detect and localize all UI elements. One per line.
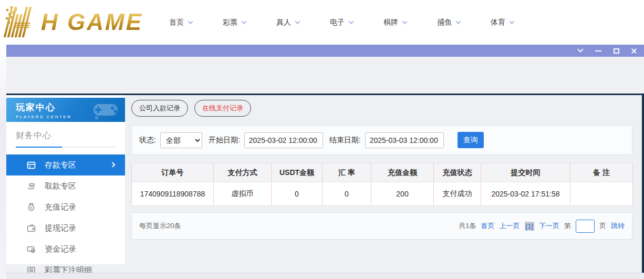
close-icon[interactable] [630, 47, 638, 55]
first-page-link[interactable]: 首页 [481, 221, 495, 231]
sidebar-divider [16, 147, 116, 148]
sidebar-item-label: 充值记录 [45, 202, 76, 212]
jump-prefix-label: 第 [564, 221, 571, 231]
sidebar-section: 财务中心 [16, 130, 116, 148]
records-table: 订单号 支付方式 USDT金额 汇 率 充值金额 充值状态 提交时间 备 注 1… [131, 163, 633, 206]
status-select[interactable]: 全部 [160, 132, 202, 148]
col-submit-time: 提交时间 [481, 163, 570, 182]
page-size-text: 每页显示20条 [139, 221, 181, 231]
page-background-strip [0, 45, 6, 279]
end-date-label: 结束日期: [329, 136, 361, 145]
cell-rate: 0 [323, 182, 371, 206]
current-page-indicator: [1] [525, 222, 534, 231]
jump-page-input[interactable] [576, 220, 595, 233]
sidebar-item-withdraw-zone[interactable]: 取款专区 [6, 175, 125, 197]
query-button[interactable]: 查询 [458, 132, 484, 148]
moneybag-icon [26, 202, 36, 212]
window-controls [577, 45, 638, 57]
nav-item-slots[interactable]: 电子 [330, 18, 353, 27]
fund-card-icon [26, 244, 36, 254]
nav-label: 首页 [169, 18, 184, 27]
status-label: 状态: [139, 136, 156, 145]
jump-suffix-label: 页 [599, 221, 606, 231]
withdraw-hand-icon [26, 181, 36, 191]
nav-item-home[interactable]: 首页 [169, 18, 192, 27]
col-status: 充值状态 [434, 163, 481, 182]
sidebar-item-label: 取款专区 [45, 181, 76, 191]
window-blank-zone [6, 57, 644, 94]
maximize-icon[interactable] [612, 47, 620, 55]
records-table-panel: 订单号 支付方式 USDT金额 汇 率 充值金额 充值状态 提交时间 备 注 1… [131, 163, 632, 206]
sidebar-item-label: 提现记录 [45, 223, 76, 233]
col-usdt-amount: USDT金额 [272, 163, 323, 182]
chevron-right-icon [110, 162, 116, 168]
jump-button[interactable]: 跳转 [611, 221, 625, 231]
minimize-icon[interactable] [595, 47, 602, 55]
cell-order-no: 1740909118908788 [132, 182, 214, 206]
chevron-down-icon [295, 19, 300, 24]
logo-text: H GAME [41, 9, 143, 35]
table-row: 1740909118908788 虚拟币 0 0 200 支付成功 2025-0… [132, 182, 633, 206]
col-remark: 备 注 [570, 163, 633, 182]
sidebar-item-label: 资金记录 [45, 244, 76, 254]
col-pay-method: 支付方式 [214, 163, 272, 182]
nav-item-cards[interactable]: 棋牌 [383, 18, 407, 27]
end-date-input[interactable] [365, 132, 444, 148]
sidebar: 玩家中心 PLAYERS CENTER 财务中心 存款专区 取款专区 [6, 95, 125, 264]
sidebar-item-recharge-records[interactable]: 充值记录 [6, 197, 125, 218]
chevron-down-icon [242, 19, 247, 24]
col-order-no: 订单号 [132, 163, 214, 182]
col-amount: 充值金额 [371, 163, 434, 182]
nav-item-fishing[interactable]: 捕鱼 [437, 18, 460, 27]
chevron-down-icon [188, 19, 193, 24]
nav-item-lottery[interactable]: 彩票 [223, 18, 246, 27]
cell-amount: 200 [371, 182, 434, 206]
nav-label: 电子 [330, 18, 345, 27]
deposit-card-icon [26, 160, 36, 170]
start-date-label: 开始日期: [209, 136, 240, 145]
chevron-down-icon [456, 19, 461, 24]
sidebar-item-withdrawal-records[interactable]: 提现记录 [6, 218, 125, 239]
filter-panel: 状态: 全部 开始日期: 结束日期: 查询 [131, 125, 632, 155]
wallet-icon [26, 223, 36, 233]
nav-label: 体育 [491, 18, 505, 27]
sidebar-item-label: 存款专区 [45, 160, 76, 170]
start-date-input[interactable] [244, 132, 323, 148]
nav-label: 棋牌 [383, 18, 398, 27]
nav-label: 真人 [276, 18, 291, 27]
sidebar-section-title: 财务中心 [16, 130, 116, 141]
cell-remark [570, 182, 633, 206]
window-footer-strip [6, 273, 644, 279]
sidebar-item-fund-records[interactable]: 资金记录 [6, 239, 125, 260]
tab-online-payment-records[interactable]: 在线支付记录 [194, 100, 251, 117]
cell-status: 支付成功 [434, 182, 481, 206]
nav-item-live[interactable]: 真人 [276, 18, 299, 27]
sidebar-menu: 存款专区 取款专区 充值记录 提现记录 [6, 154, 125, 279]
main-content: 公司入款记录 在线支付记录 状态: 全部 开始日期: 结束日期: 查询 [125, 95, 642, 273]
chevron-down-icon [349, 19, 354, 24]
pagination-panel: 每页显示20条 共1条 首页 上一页 [1] 下一页 第 页 跳转 [131, 212, 632, 240]
col-rate: 汇 率 [323, 163, 371, 182]
brand-logo: H GAME [5, 3, 143, 41]
record-tabs: 公司入款记录 在线支付记录 [131, 100, 251, 117]
collapse-icon[interactable] [577, 47, 584, 55]
gamepad-icon [89, 99, 122, 122]
total-count-text: 共1条 [459, 221, 476, 231]
nav-label: 彩票 [223, 18, 237, 27]
site-header: H GAME 首页 彩票 真人 电子 棋牌 捕鱼 体育 [0, 0, 644, 45]
cell-pay-method: 虚拟币 [214, 182, 272, 206]
sidebar-item-deposit-zone[interactable]: 存款专区 [6, 154, 125, 175]
sidebar-header: 玩家中心 PLAYERS CENTER [6, 98, 125, 122]
tab-company-deposit-records[interactable]: 公司入款记录 [131, 100, 188, 117]
next-page-link[interactable]: 下一页 [539, 221, 559, 231]
prev-page-link[interactable]: 上一页 [500, 221, 520, 231]
nav-item-sports[interactable]: 体育 [491, 18, 514, 27]
cell-submit-time: 2025-03-02 17:51:58 [481, 182, 570, 206]
window-titlebar [6, 45, 644, 57]
nav-label: 捕鱼 [437, 18, 452, 27]
cell-usdt-amount: 0 [272, 182, 323, 206]
pager: 共1条 首页 上一页 [1] 下一页 第 页 跳转 [459, 220, 625, 233]
player-center-window: 玩家中心 PLAYERS CENTER 财务中心 存款专区 取款专区 [6, 94, 644, 273]
table-header-row: 订单号 支付方式 USDT金额 汇 率 充值金额 充值状态 提交时间 备 注 [132, 163, 633, 182]
chevron-down-icon [402, 19, 408, 24]
